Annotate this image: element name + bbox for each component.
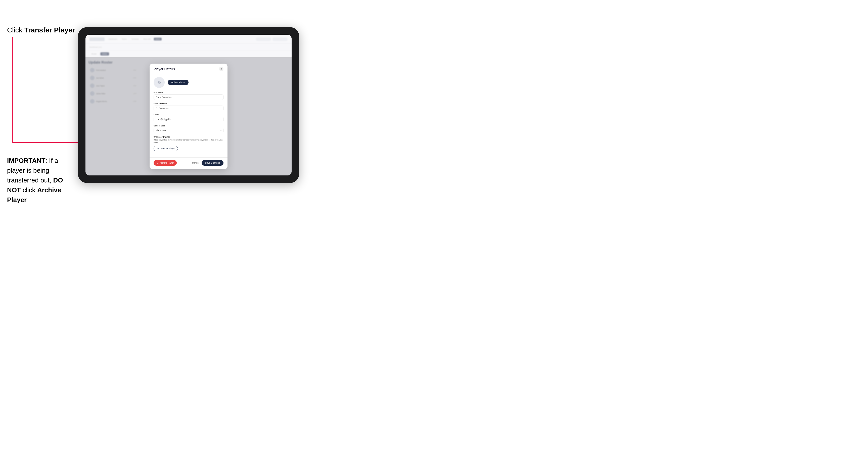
app-logo: [90, 37, 104, 41]
transfer-description: If this player has moved to another scho…: [154, 139, 223, 144]
save-changes-button[interactable]: Save Changes: [202, 160, 223, 166]
header-notifications-btn[interactable]: [256, 37, 271, 41]
close-button[interactable]: ×: [219, 67, 223, 71]
footer-right: Cancel Save Changes: [192, 160, 223, 166]
nav-schedule[interactable]: Schedule: [130, 38, 140, 40]
tab-bar: Roster Active: [86, 51, 291, 57]
modal-overlay: Player Details × ☺ Upload Photo: [86, 57, 291, 176]
upload-photo-button[interactable]: Upload Photo: [168, 80, 189, 85]
important-label: IMPORTANT: [7, 157, 45, 164]
nav-teams[interactable]: Teams: [120, 38, 128, 40]
avatar-section: ☺ Upload Photo: [154, 77, 223, 88]
transfer-player-label: Transfer Player: [160, 147, 175, 150]
email-input[interactable]: [154, 117, 223, 122]
full-name-group: Full Name: [154, 92, 223, 100]
player-details-modal: Player Details × ☺ Upload Photo: [150, 64, 227, 169]
archive-player-button[interactable]: ⊘ Archive Player: [154, 160, 177, 166]
archive-player-label: Archive Player: [160, 162, 174, 164]
display-name-label: Display Name: [154, 102, 223, 105]
modal-header: Player Details ×: [150, 64, 227, 74]
ipad-device: Dashboard Teams Schedule More Info Activ…: [78, 27, 299, 183]
transfer-section-label: Transfer Player: [154, 136, 223, 138]
email-group: Email: [154, 114, 223, 122]
transfer-player-instruction-bold: Transfer Player: [24, 26, 75, 34]
nav-dashboard[interactable]: Dashboard: [107, 38, 119, 40]
full-name-input[interactable]: [154, 94, 223, 100]
sub-header-text: Dashboard (11): [90, 46, 102, 48]
click-instruction: Click Transfer Player: [7, 25, 78, 35]
display-name-input[interactable]: [154, 105, 223, 111]
full-name-label: Full Name: [154, 92, 223, 94]
important-end: click: [21, 186, 37, 194]
school-year-group: School Year First Year Second Year Third…: [154, 125, 223, 133]
instruction-area: Click Transfer Player: [7, 25, 78, 40]
tab-active[interactable]: Active: [100, 52, 109, 56]
header-right: [256, 37, 287, 41]
nav-more[interactable]: More Info: [142, 38, 152, 40]
modal-footer: ⊘ Archive Player Cancel Save Changes: [150, 157, 227, 169]
archive-icon: ⊘: [157, 162, 159, 164]
annotation-vertical-line: [12, 37, 13, 143]
transfer-player-button[interactable]: ↻ Transfer Player: [154, 146, 178, 151]
app-nav: Dashboard Teams Schedule More Info Activ…: [107, 38, 253, 40]
display-name-group: Display Name: [154, 102, 223, 111]
email-label: Email: [154, 114, 223, 116]
main-content: Update Roster First student +101 Joe Whi…: [86, 57, 291, 176]
modal-body: ☺ Upload Photo Full Name Display Name: [150, 74, 227, 157]
modal-title: Player Details: [154, 67, 175, 71]
avatar-circle: ☺: [154, 77, 165, 88]
ipad-screen: Dashboard Teams Schedule More Info Activ…: [86, 35, 291, 176]
cancel-button[interactable]: Cancel: [192, 162, 199, 164]
person-icon: ☺: [157, 80, 162, 86]
header-profile-btn[interactable]: [273, 37, 287, 41]
transfer-icon: ↻: [157, 147, 159, 150]
important-instruction: IMPORTANT: If a player is being transfer…: [7, 156, 78, 205]
sub-header: Dashboard (11): [86, 44, 291, 51]
school-year-label: School Year: [154, 125, 223, 127]
nav-active[interactable]: Active: [154, 38, 162, 40]
school-year-select[interactable]: First Year Second Year Third Year Fourth…: [154, 128, 223, 133]
close-icon: ×: [220, 68, 222, 70]
app-header: Dashboard Teams Schedule More Info Activ…: [86, 35, 291, 44]
select-wrapper: First Year Second Year Third Year Fourth…: [154, 128, 223, 133]
transfer-section: Transfer Player If this player has moved…: [154, 136, 223, 151]
tab-roster[interactable]: Roster: [90, 52, 99, 56]
